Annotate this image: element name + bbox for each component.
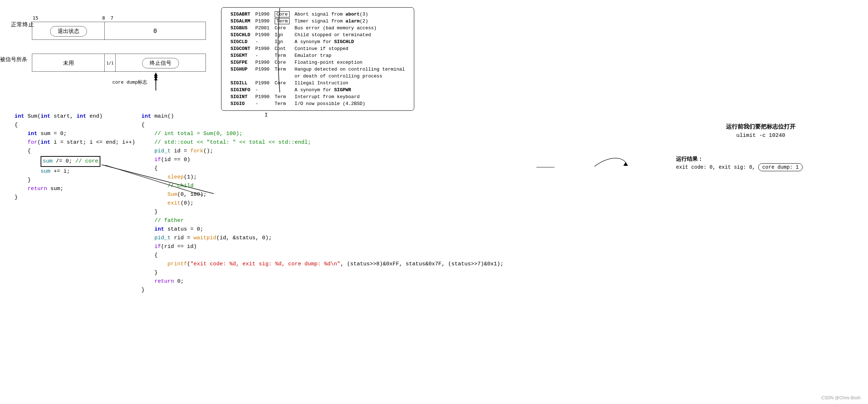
signal-action-sigchld: Ign — [273, 32, 291, 38]
signal-name-sigfpe: SIGFPE — [231, 60, 248, 65]
run-result-section: 运行结果： exit code: 0, exit sig: 8, core du… — [676, 156, 803, 170]
right-code-block: int main() { // int total = Sum(0, 100);… — [141, 112, 503, 295]
signal-desc-sigfpe: Floating-point exception — [293, 59, 406, 66]
signal-posix-sigcld: - — [254, 39, 271, 45]
signal-row-sigfpe: SIGFPE P1990 Core Floating-point excepti… — [229, 59, 406, 66]
flag-bit-segment: 1/1 — [105, 54, 116, 72]
signal-name-sigalrm: SIGALRM — [231, 18, 250, 24]
signal-name-sigchld: SIGCHLD — [231, 32, 250, 38]
signal-action-sigalrm: Term — [273, 18, 291, 24]
signal-name-sighup: SIGHUP — [231, 67, 248, 72]
signal-posix-sigabrt: P1990 — [254, 11, 271, 17]
signal-desc-sigemt: Emulator trap — [293, 52, 406, 59]
signal-posix-sigcont: P1990 — [254, 46, 271, 52]
signal-row-sigemt: SIGEMT - Term Emulator trap — [229, 52, 406, 59]
signal-name-sigbus: SIGBUS — [231, 25, 248, 31]
svg-marker-10 — [623, 162, 628, 166]
bit-15-label: 15 — [33, 15, 38, 21]
signal-name-sigemt: SIGEMT — [231, 53, 248, 58]
signal-desc-sighup: Hangup detected on controlling terminal — [293, 66, 406, 72]
unused-segment: 未用 — [32, 54, 105, 72]
signal-table: SIGABRT P1990 Core Abort signal from abo… — [221, 7, 414, 111]
signal-desc-sigbus: Bus error (bad memory access) — [293, 25, 406, 31]
signal-name-sigint: SIGINT — [231, 94, 248, 100]
signal-table-content: SIGABRT P1990 Core Abort signal from abo… — [227, 10, 408, 108]
signal-desc-sigill: Illegal Instruction — [293, 80, 406, 86]
signal-row-siginfo: SIGINFO - A synonym for SIGPWR — [229, 87, 406, 93]
signal-row-sighup: SIGHUP P1990 Term Hangup detected on con… — [229, 66, 406, 72]
bit-8-label: 8 — [102, 15, 105, 21]
run-note-command: ulimit -c 10240 — [726, 132, 796, 139]
signal-row-sigint: SIGINT P1990 Term Interrupt from keyboar… — [229, 94, 406, 100]
signal-posix-sigbus: P2001 — [254, 25, 271, 31]
signal-row-sigio: SIGIO - Term I/O now possible (4.2BSD) — [229, 101, 406, 107]
signal-posix-sigill: P1990 — [254, 80, 271, 86]
signal-name-sigabrt: SIGABRT — [231, 12, 250, 17]
signal-posix-siginfo: - — [254, 87, 271, 93]
signal-row-sigill: SIGILL P1990 Core Illegal Instruction — [229, 80, 406, 86]
signal-posix-sigalrm: P1990 — [254, 18, 271, 24]
main-container: 正常终止 15 8 7 退出状态 0 被信号所杀 未用 1/1 — [0, 0, 868, 404]
bit-7-label: 7 — [111, 15, 113, 21]
run-result-title: 运行结果： — [676, 156, 803, 163]
signal-row-sigchld: SIGCHLD P1990 Ign Child stopped or termi… — [229, 32, 406, 38]
svg-marker-8 — [154, 72, 158, 76]
signal-action-sigcont: Cont — [273, 46, 291, 52]
signal-row-sigalrm: SIGALRM P1990 Term Timer signal from ala… — [229, 18, 406, 24]
signal-name-sigio: SIGIO — [231, 101, 245, 106]
signal-action-sigemt: Term — [273, 52, 291, 59]
kill-signal-label: 被信号所杀 — [0, 56, 31, 63]
run-note-title: 运行前我们要把标志位打开 — [726, 123, 796, 131]
signal-name-sigill: SIGILL — [231, 80, 248, 86]
signal-action-sigint: Term — [273, 94, 291, 100]
core-dump-result-circle: core dump: 1 — [758, 163, 803, 171]
signal-action-sigill: Core — [273, 80, 291, 86]
left-code-content: int Sum(int start, int end) { int sum = … — [14, 112, 135, 202]
signal-posix-sigio: - — [254, 101, 271, 107]
signal-action-sigbus: Core — [273, 25, 291, 31]
signal-name-sigcont: SIGCONT — [231, 46, 250, 51]
right-code-content: int main() { // int total = Sum(0, 100);… — [141, 112, 503, 295]
signal-posix-sigemt: - — [254, 52, 271, 59]
signal-action-sigio: Term — [273, 101, 291, 107]
signal-desc-sigcld: A synonym for SIGCHLD — [293, 39, 406, 45]
left-code-block: int Sum(int start, int end) { int sum = … — [14, 112, 135, 202]
signal-desc-sigio: I/O now possible (4.2BSD) — [293, 101, 406, 107]
signal-posix-sigint: P1990 — [254, 94, 271, 100]
signal-row-sighup2: or death of controlling process — [229, 73, 406, 79]
signal-name-siginfo: SIGINFO — [231, 87, 250, 93]
signal-desc-sighup2: or death of controlling process — [293, 73, 406, 79]
signal-row-sigabrt: SIGABRT P1990 Core Abort signal from abo… — [229, 11, 406, 17]
zero-segment: 0 — [105, 22, 205, 39]
run-note-section: 运行前我们要把标志位打开 ulimit -c 10240 — [726, 123, 796, 139]
signal-desc-siginfo: A synonym for SIGPWR — [293, 87, 406, 93]
signal-action-sigabrt: Core — [273, 11, 291, 17]
signal-action-sighup: Term — [273, 66, 291, 72]
signal-desc-sigcont: Continue if stopped — [293, 46, 406, 52]
signal-desc-sigint: Interrupt from keyboard — [293, 94, 406, 100]
exit-state-text: 退出状态 — [50, 26, 87, 37]
signal-name-sigcld: SIGCLD — [231, 39, 248, 45]
signal-row-sigcld: SIGCLD - Ign A synonym for SIGCHLD — [229, 39, 406, 45]
signal-desc-sigabrt: Abort signal from abort(3) — [293, 11, 406, 17]
signal-posix-sigchld: P1990 — [254, 32, 271, 38]
signal-action-sigfpe: Core — [273, 59, 291, 66]
cursor-indicator: I — [265, 112, 268, 118]
signal-posix-sigfpe: P1990 — [254, 59, 271, 66]
signal-row-sigbus: SIGBUS P2001 Core Bus error (bad memory … — [229, 25, 406, 31]
term-signal-segment: 终止信号 — [116, 54, 205, 72]
signal-posix-sighup: P1990 — [254, 66, 271, 72]
kill-diagram: 未用 1/1 终止信号 — [32, 54, 206, 72]
signal-desc-sigchld: Child stopped or terminated — [293, 32, 406, 38]
signal-desc-sigalrm: Timer signal from alarm(2) — [293, 18, 406, 24]
signal-row-sigcont: SIGCONT P1990 Cont Continue if stopped — [229, 46, 406, 52]
watermark: CSDN @Chris-Bosh — [821, 395, 861, 400]
run-result-line: exit code: 0, exit sig: 8, core dump: 1 — [676, 164, 803, 170]
core-dump-arrow-label: core dump标志 — [112, 79, 147, 85]
normal-exit-diagram: 退出状态 0 — [32, 22, 206, 40]
term-signal-text: 终止信号 — [142, 58, 179, 68]
signal-action-sigcld: Ign — [273, 39, 291, 45]
exit-state-box: 退出状态 — [32, 22, 105, 40]
